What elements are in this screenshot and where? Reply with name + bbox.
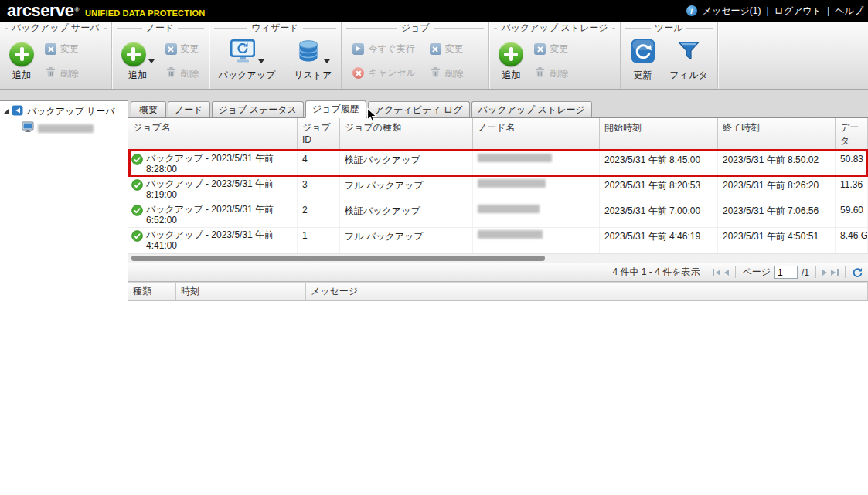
redacted-node-name [478, 179, 546, 188]
first-page-button[interactable] [713, 269, 720, 276]
tab-job-history[interactable]: ジョブ履歴 [305, 100, 366, 118]
next-page-button[interactable] [822, 270, 827, 276]
last-page-button[interactable] [831, 269, 839, 276]
cancel-icon [352, 67, 364, 79]
job-row[interactable]: バックアップ - 2023/5/31 午前 8:28:00 4 検証バックアップ… [128, 151, 868, 177]
pagination-divider [706, 266, 706, 278]
messages-link[interactable]: メッセージ(1) [703, 5, 761, 18]
storage-add-button[interactable]: 追加 [495, 36, 526, 83]
tab-activity-log[interactable]: アクティビティ ログ [368, 101, 470, 117]
job-history-panel: ジョブ名 ジョブ ID ジョブの種類 ノード名 開始時刻 終了時刻 データ バッ… [128, 118, 868, 495]
column-header-job-type[interactable]: ジョブの種類 [340, 118, 473, 151]
redacted-node-name [478, 154, 552, 162]
horizontal-scrollbar-thumb[interactable] [131, 256, 545, 261]
horizontal-scrollbar[interactable] [128, 253, 868, 263]
ribbon-group-tools: ツール 更新 フィルタ [621, 22, 718, 89]
udp-console-window: arcserve® UNIFIED DATA PROTECTION i メッセー… [0, 0, 868, 495]
storage-delete-button[interactable]: 削除 [534, 66, 568, 80]
refresh-icon [630, 38, 656, 66]
ribbon-group-job: ジョブ 今すぐ実行 キャンセル 変更 [342, 22, 489, 89]
sidebar-item-server-node[interactable] [22, 120, 126, 136]
job-delete-button[interactable]: 削除 [430, 66, 464, 80]
wizard-backup-button[interactable]: バックアップ [216, 36, 279, 83]
pagination-bar: 4 件中 1 - 4 件を表示 ページ /1 [128, 263, 868, 282]
tab-bar: 概要 ノード ジョブ ステータス ジョブ履歴 アクティビティ ログ バックアップ… [128, 100, 868, 118]
dropdown-arrow-icon[interactable] [324, 59, 330, 63]
job-start-time: 2023/5/31 午前 8:45:00 [600, 151, 718, 176]
column-header-node-name[interactable]: ノード名 [473, 118, 600, 151]
prev-page-button[interactable] [724, 270, 729, 276]
pagination-divider [845, 266, 846, 278]
column-header-job-name[interactable]: ジョブ名 [128, 118, 298, 151]
column-header-message[interactable]: メッセージ [306, 283, 868, 300]
job-row[interactable]: バックアップ - 2023/5/31 午前 4:41:00 1 フル バックアッ… [128, 228, 868, 253]
column-header-end-time[interactable]: 終了時刻 [718, 118, 836, 151]
redacted-server-name [38, 124, 94, 133]
node-name-cell [473, 202, 600, 227]
backup-server-add-button[interactable]: 追加 [6, 36, 37, 83]
job-name: バックアップ - 2023/5/31 午前 8:28:00 [146, 153, 295, 175]
node-modify-button[interactable]: 変更 [165, 42, 199, 56]
job-row[interactable]: バックアップ - 2023/5/31 午前 6:52:00 2 検証バックアップ… [128, 202, 868, 228]
add-plus-icon [9, 42, 34, 66]
trash-icon [430, 66, 441, 80]
column-header-time[interactable]: 時刻 [176, 283, 306, 300]
tools-refresh-button[interactable]: 更新 [627, 36, 659, 83]
tab-overview[interactable]: 概要 [131, 101, 166, 117]
backup-server-delete-button[interactable]: 削除 [45, 66, 79, 80]
run-now-icon [352, 43, 364, 55]
filter-funnel-icon [676, 38, 702, 66]
tab-nodes[interactable]: ノード [168, 101, 210, 117]
job-success-icon [131, 179, 143, 200]
tree-expander-icon[interactable] [3, 109, 9, 114]
job-row[interactable]: バックアップ - 2023/5/31 午前 8:19:00 3 フル バックアッ… [128, 177, 868, 202]
job-run-now-button[interactable]: 今すぐ実行 [352, 42, 415, 56]
refresh-grid-button[interactable] [852, 266, 863, 278]
redacted-node-name [478, 205, 540, 213]
column-header-type[interactable]: 種類 [128, 283, 176, 300]
job-name: バックアップ - 2023/5/31 午前 6:52:00 [146, 204, 295, 225]
job-modify-button[interactable]: 変更 [430, 42, 464, 56]
backup-wizard-icon [230, 38, 256, 66]
job-cancel-button[interactable]: キャンセル [352, 66, 415, 80]
column-header-start-time[interactable]: 開始時刻 [600, 118, 718, 151]
backup-server-modify-button[interactable]: 変更 [45, 42, 79, 56]
job-end-time: 2023/5/31 午前 8:26:20 [718, 177, 836, 202]
job-data-size: 50.83 [836, 151, 868, 176]
workspace: バックアップ サーバ 概要 ノード ジョブ ステータス ジョブ履歴 アクティビテ… [0, 90, 868, 495]
sidebar: バックアップ サーバ [0, 100, 128, 495]
message-log-body [128, 301, 868, 495]
node-add-button[interactable]: 追加 [118, 36, 158, 83]
server-monitor-icon [22, 120, 34, 136]
storage-modify-button[interactable]: 変更 [534, 42, 568, 56]
message-log-header: 種類 時刻 メッセージ [128, 282, 868, 301]
job-type: 検証バックアップ [340, 151, 473, 176]
ribbon-toolbar: バックアップ サーバ 追加 変更 削除 [0, 22, 868, 90]
node-name-cell [473, 177, 600, 202]
job-id: 1 [298, 228, 340, 253]
job-start-time: 2023/5/31 午前 7:00:00 [600, 202, 718, 227]
column-header-data[interactable]: データ [836, 118, 868, 151]
wizard-restore-button[interactable]: リストア [291, 36, 335, 83]
tab-backup-storage[interactable]: バックアップ ストレージ [471, 101, 592, 117]
ribbon-group-backup-storage-title: バックアップ ストレージ [494, 22, 614, 35]
main-panel: 概要 ノード ジョブ ステータス ジョブ履歴 アクティビティ ログ バックアップ… [128, 100, 868, 495]
page-number-input[interactable] [774, 266, 798, 279]
tab-job-status[interactable]: ジョブ ステータス [212, 101, 304, 117]
dropdown-arrow-icon[interactable] [258, 59, 264, 63]
product-tagline: UNIFIED DATA PROTECTION [85, 8, 205, 18]
column-header-job-id[interactable]: ジョブ ID [298, 118, 340, 151]
node-delete-button[interactable]: 削除 [165, 66, 199, 80]
logout-link[interactable]: ログアウト [774, 5, 822, 18]
job-name: バックアップ - 2023/5/31 午前 8:19:00 [146, 178, 295, 200]
job-id: 2 [298, 202, 340, 227]
top-bar: arcserve® UNIFIED DATA PROTECTION i メッセー… [0, 0, 868, 22]
ribbon-group-backup-storage: バックアップ ストレージ 追加 変更 削除 [489, 22, 620, 89]
dropdown-arrow-icon[interactable] [148, 59, 155, 63]
help-link[interactable]: ヘルプ [835, 5, 863, 18]
tools-filter-button[interactable]: フィルタ [667, 36, 711, 83]
console-icon [12, 104, 24, 119]
sidebar-item-backup-servers[interactable]: バックアップ サーバ [2, 104, 126, 118]
node-name-cell [473, 228, 600, 253]
modify-icon [45, 43, 56, 55]
